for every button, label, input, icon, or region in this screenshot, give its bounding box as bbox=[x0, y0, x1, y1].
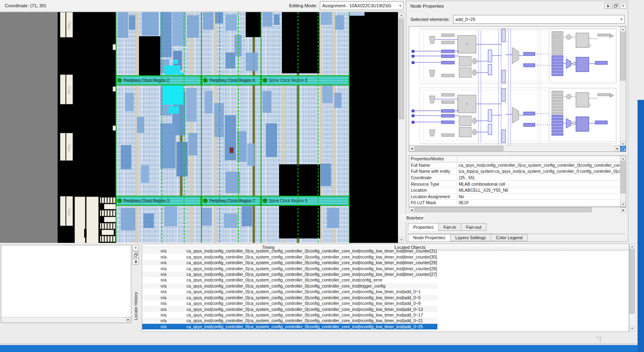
schematic-vscrollbar[interactable]: ▲ ▼ bbox=[620, 27, 626, 147]
panel-dock-tab[interactable]: Color Legend bbox=[491, 234, 528, 241]
locate-history-row[interactable]: n/a ca_qsys_inst|config_controller_0|ca_… bbox=[142, 271, 437, 277]
chevron-down-icon: ▾ bbox=[397, 4, 401, 8]
editing-mode-select[interactable]: Assignment - 10AX022C3U19I2SG ▾ bbox=[320, 1, 404, 10]
view-tab[interactable]: Properties bbox=[408, 223, 439, 231]
coordinate-readout: Coordinate: (71, 30) bbox=[5, 3, 46, 8]
locate-history-row[interactable]: n/a ca_qsys_inst|config_controller_0|ca_… bbox=[142, 283, 437, 289]
locate-history-row[interactable]: n/a ca_qsys_inst|config_controller_0|ca_… bbox=[142, 306, 437, 312]
panel-dock-tab[interactable]: Node Properties bbox=[408, 234, 451, 241]
property-row[interactable]: Full Name ca_qsys_inst|config_controller… bbox=[409, 162, 626, 169]
offchip-gutter bbox=[0, 12, 58, 243]
locate-history-row[interactable]: n/a ca_qsys_inst|config_controller_0|ca_… bbox=[142, 277, 437, 283]
locate-history-tab[interactable]: Locate History bbox=[133, 292, 138, 320]
svg-text:Periphery Clock Region 6: Periphery Clock Region 6 bbox=[209, 78, 255, 83]
locate-history-row[interactable]: n/a ca_qsys_inst|config_controller_0|ca_… bbox=[142, 300, 437, 306]
locate-history-row[interactable]: n/a ca_qsys_inst|config_controller_0|ca_… bbox=[142, 295, 437, 300]
scroll-left-icon[interactable]: ◀ bbox=[409, 207, 414, 213]
locate-history-row[interactable]: n/a ca_qsys_inst|config_controller_0|ca_… bbox=[142, 265, 437, 271]
pin-icon[interactable] bbox=[133, 259, 139, 265]
schematic-hscrollbar[interactable]: ◀ ▶ bbox=[409, 145, 620, 151]
scroll-up-icon[interactable]: ▲ bbox=[630, 244, 635, 249]
splitter-handle[interactable]: ······ bbox=[508, 152, 524, 154]
chip-planner-canvas[interactable]: FPLL FPLL FPLL FPLL bbox=[0, 12, 398, 243]
properties-hscrollbar[interactable]: ◀ ▶ bbox=[409, 207, 626, 213]
locate-history-row[interactable]: n/a ca_qsys_inst|config_controller_0|ca_… bbox=[142, 312, 437, 318]
panel-dock-tab[interactable]: Layers Settings bbox=[450, 234, 491, 241]
properties-table: Properties/Modes Full Name ca_qsys_inst|… bbox=[409, 155, 626, 207]
locate-history-dock: ▶ ✕ Locate History Timing Located Object… bbox=[0, 244, 638, 332]
locate-history-row[interactable]: n/a ca_qsys_inst|config_controller_0|ca_… bbox=[142, 254, 437, 259]
locate-history-row[interactable]: n/a ca_qsys_inst|config_controller_0|ca_… bbox=[142, 318, 437, 323]
svg-text:Spine Clock Region 9: Spine Clock Region 9 bbox=[269, 199, 308, 203]
svg-text:FPLL: FPLL bbox=[67, 207, 71, 215]
close-icon[interactable]: ✕ bbox=[620, 3, 626, 9]
property-row[interactable]: Location Assignment No bbox=[409, 194, 626, 200]
locate-history-row[interactable]: n/a ca_qsys_inst|config_controller_0|ca_… bbox=[142, 289, 437, 294]
scroll-down-icon[interactable]: ▼ bbox=[621, 202, 625, 207]
selected-elements-label: Selected elements: bbox=[410, 17, 450, 22]
toolbar: Coordinate: (71, 30) Editing Mode: Assig… bbox=[0, 0, 405, 12]
chevron-down-icon: ▾ bbox=[618, 17, 622, 21]
main-view-vscrollbar[interactable]: ▲ ▼ bbox=[398, 12, 405, 243]
editing-mode-label: Editing Mode: bbox=[289, 3, 317, 8]
property-row[interactable]: F0 LUT Mask 0E1F bbox=[409, 200, 626, 206]
resize-grip[interactable] bbox=[596, 337, 603, 342]
locate-history-row[interactable]: n/a ca_qsys_inst|config_controller_0|ca_… bbox=[142, 324, 437, 329]
view-tab[interactable]: Fan-out bbox=[461, 223, 487, 231]
properties-header[interactable]: Properties/Modes bbox=[409, 156, 457, 161]
locate-history-table: Timing Located Objects n/a ca_qsys_inst|… bbox=[142, 244, 629, 332]
scroll-down-icon[interactable]: ▼ bbox=[630, 326, 635, 331]
svg-text:Spine Clock Region 8: Spine Clock Region 8 bbox=[269, 78, 308, 83]
scroll-left-icon[interactable]: ◀ bbox=[409, 146, 414, 151]
scroll-right-icon[interactable]: ▶ bbox=[126, 317, 131, 322]
scroll-right-icon[interactable]: ▶ bbox=[615, 146, 620, 151]
zoom-fit-icon[interactable] bbox=[620, 146, 626, 151]
locate-history-row[interactable]: n/a ca_qsys_inst|config_controller_0|ca_… bbox=[142, 248, 437, 254]
scroll-up-icon[interactable]: ▲ bbox=[399, 12, 404, 18]
scroll-right-icon[interactable]: ▶ bbox=[621, 207, 626, 213]
scroll-up-icon[interactable]: ▲ bbox=[621, 156, 625, 161]
view-tab[interactable]: Fan-in bbox=[438, 223, 461, 231]
background-window-strip bbox=[638, 100, 644, 352]
svg-text:FPLL: FPLL bbox=[67, 21, 71, 29]
svg-text:FPLL: FPLL bbox=[67, 143, 71, 151]
svg-text:FPLL: FPLL bbox=[67, 85, 71, 94]
close-icon[interactable]: ✕ bbox=[133, 245, 139, 251]
node-schematic-viewport[interactable]: ▲ ▼ ◀ ▶ bbox=[409, 26, 626, 152]
pin-icon[interactable] bbox=[605, 3, 611, 9]
panel-title: Node Properties bbox=[406, 1, 628, 11]
properties-vscrollbar[interactable]: ▲ ▼ bbox=[620, 156, 626, 207]
locate-history-row[interactable]: n/a ca_qsys_inst|config_controller_0|ca_… bbox=[142, 260, 437, 265]
property-row[interactable]: Location MLABCELL_X25_Y55_N6 bbox=[409, 187, 626, 194]
float-window-icon[interactable] bbox=[133, 252, 139, 258]
float-window-icon[interactable] bbox=[612, 3, 619, 9]
property-row[interactable]: Coordinate (25 , 55) bbox=[409, 175, 626, 181]
svg-text:Periphery Clock Region 7: Periphery Clock Region 7 bbox=[209, 199, 255, 203]
chip-planner-window: Coordinate: (71, 30) Editing Mode: Assig… bbox=[0, 0, 644, 352]
selected-elements-select[interactable]: add_0~25 ▾ bbox=[453, 15, 625, 24]
node-properties-panel: Node Properties ✕ Selected elements: add… bbox=[406, 1, 628, 242]
locate-blank-panel: ▶ bbox=[1, 245, 131, 323]
scroll-down-icon[interactable]: ▼ bbox=[399, 237, 404, 242]
property-row[interactable]: Full Name with entity |ca_top|ca_system:… bbox=[409, 168, 626, 175]
scroll-up-icon[interactable]: ▲ bbox=[620, 27, 625, 32]
blank-panel-hscrollbar[interactable]: ▶ bbox=[1, 317, 131, 323]
locate-history-vscrollbar[interactable]: ▲ ▼ bbox=[629, 244, 635, 331]
property-row[interactable]: Resource Type MLAB combinational cell bbox=[409, 181, 626, 187]
status-bar bbox=[0, 345, 644, 352]
node-schematic bbox=[409, 27, 620, 147]
